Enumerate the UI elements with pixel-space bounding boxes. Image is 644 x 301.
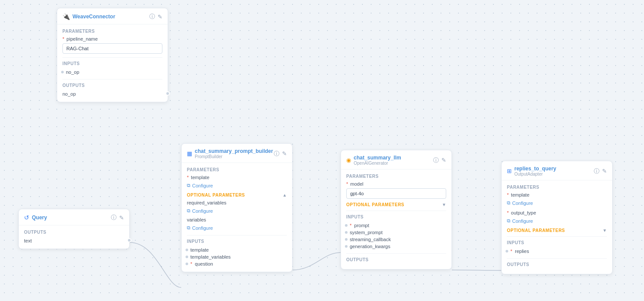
- template-required-dot: *: [187, 175, 189, 180]
- query-header-left: ↺ Query: [24, 214, 47, 221]
- llm-node: ◉ chat_summary_llm OpenAIGenerator ⓘ ✎ P…: [341, 150, 452, 270]
- llm-divider2: [346, 253, 446, 254]
- optional-label: OPTIONAL PARAMETERS: [187, 193, 245, 197]
- adapter-replies-port: [505, 249, 509, 253]
- info-icon[interactable]: ⓘ: [149, 13, 155, 21]
- prompt-input-question: * question: [187, 260, 287, 267]
- prompt-template-vars-port: [185, 255, 189, 259]
- query-output-text: text: [24, 237, 124, 244]
- prompt-builder-header-icons: ⓘ ✎: [274, 150, 287, 158]
- adapter-configure-icon: ⧉: [507, 200, 510, 206]
- prompt-info-icon[interactable]: ⓘ: [274, 150, 279, 158]
- prompt-input-template: template: [187, 246, 287, 253]
- edit-icon[interactable]: ✎: [158, 14, 162, 20]
- adapter-divider: [507, 236, 607, 237]
- variables-configure[interactable]: ⧉ Configure: [187, 224, 287, 232]
- prompt-builder-header: ▦ chat_summary_prompt_builder PromptBuil…: [182, 144, 292, 163]
- llm-optional-header[interactable]: OPTIONAL PARAMETERS ▼: [346, 202, 446, 207]
- divider2: [62, 79, 162, 80]
- weave-connector-body: PARAMETERS * pipeline_name Inputs no_op …: [57, 24, 168, 102]
- weave-inputs-label: Inputs: [62, 61, 162, 66]
- llm-subtitle: OpenAIGenerator: [354, 161, 401, 166]
- adapter-icon: ⊞: [507, 168, 512, 174]
- required-variables-configure[interactable]: ⧉ Configure: [187, 207, 287, 215]
- pipeline-name-input[interactable]: [62, 43, 162, 54]
- adapter-inputs-label: Inputs: [507, 240, 607, 245]
- adapter-input-replies: * replies: [507, 248, 607, 255]
- model-required-dot: *: [346, 181, 348, 187]
- optional-param-variables: variables ⧉ Configure: [187, 217, 287, 232]
- output-adapter-header-left: ⊞ replies_to_query OutputAdapter: [507, 166, 556, 176]
- required-variables-label: required_variables: [187, 200, 287, 205]
- optional-param-required-variables: required_variables ⧉ Configure: [187, 200, 287, 215]
- weave-input-port: [60, 70, 65, 74]
- prompt-builder-title: chat_summary_prompt_builder: [195, 148, 273, 154]
- query-output-port: [127, 238, 131, 242]
- adapter-info-icon[interactable]: ⓘ: [594, 167, 599, 175]
- llm-chevron-down-icon: ▼: [442, 202, 446, 207]
- configure-icon3: ⧉: [187, 225, 190, 231]
- output-type-required-dot: *: [507, 210, 509, 215]
- llm-inputs-label: Inputs: [346, 215, 446, 219]
- configure-icon: ⧉: [187, 183, 190, 188]
- prompt-input-template-vars: template_variables: [187, 253, 287, 260]
- adapter-optional-header[interactable]: OPTIONAL PARAMETERS ▼: [507, 228, 607, 233]
- llm-header: ◉ chat_summary_llm OpenAIGenerator ⓘ ✎: [341, 150, 451, 170]
- weave-connector-header-left: 🔌 WeaveConnector: [62, 13, 115, 20]
- adapter-template-required-dot: *: [507, 192, 509, 197]
- query-outputs-label: Outputs: [24, 230, 124, 235]
- configure-icon2: ⧉: [187, 208, 190, 214]
- llm-body: PARAMETERS * model OPTIONAL PARAMETERS ▼…: [341, 170, 451, 269]
- weave-output-port: [165, 91, 170, 96]
- divider1: [62, 57, 162, 58]
- prompt-builder-body: PARAMETERS * template ⧉ Configure OPTION…: [182, 163, 292, 272]
- output-type-configure-icon: ⧉: [507, 218, 510, 224]
- adapter-divider2: [507, 258, 607, 259]
- prompt-builder-subtitle: PromptBuilder: [195, 154, 273, 159]
- query-edit-icon[interactable]: ✎: [119, 215, 124, 221]
- adapter-outputs-label: Outputs: [507, 262, 607, 267]
- query-info-icon[interactable]: ⓘ: [111, 214, 117, 221]
- weave-input-no-op: no_op: [62, 69, 162, 76]
- pipeline-name-label: * pipeline_name: [62, 36, 162, 42]
- adapter-template-configure[interactable]: ⧉ Configure: [507, 199, 607, 207]
- llm-outputs-label: Outputs: [346, 257, 446, 262]
- output-adapter-node: ⊞ replies_to_query OutputAdapter ⓘ ✎ PAR…: [501, 161, 613, 274]
- optional-params-header[interactable]: OPTIONAL PARAMETERS ▲: [187, 193, 287, 197]
- model-param-label: * model: [346, 181, 446, 187]
- llm-input-streaming: streaming_callback: [346, 236, 446, 243]
- query-icon: ↺: [24, 214, 29, 221]
- chevron-up-icon: ▲: [282, 193, 287, 197]
- template-configure-btn[interactable]: ⧉ Configure: [187, 182, 287, 189]
- output-type-configure[interactable]: ⧉ Configure: [507, 217, 607, 225]
- prompt-builder-header-left: ▦ chat_summary_prompt_builder PromptBuil…: [187, 148, 273, 159]
- llm-input-system-prompt: system_prompt: [346, 229, 446, 236]
- output-type-label: * output_type: [507, 210, 607, 215]
- weave-connector-title: WeaveConnector: [72, 14, 115, 20]
- query-header: ↺ Query ⓘ ✎: [19, 209, 129, 225]
- output-adapter-header: ⊞ replies_to_query OutputAdapter ⓘ ✎: [502, 161, 612, 180]
- prompt-edit-icon[interactable]: ✎: [282, 150, 287, 157]
- weave-params-label: PARAMETERS: [62, 29, 162, 34]
- llm-optional-label: OPTIONAL PARAMETERS: [346, 202, 404, 207]
- adapter-chevron-down-icon: ▼: [603, 228, 607, 233]
- llm-info-icon[interactable]: ⓘ: [433, 156, 439, 164]
- plug-icon: 🔌: [62, 13, 70, 20]
- llm-input-prompt: * prompt: [346, 222, 446, 229]
- prompt-question-port: [185, 262, 189, 266]
- query-title: Query: [32, 215, 47, 221]
- adapter-optional-label: OPTIONAL PARAMETERS: [507, 228, 565, 233]
- prompt-inputs-label: Inputs: [187, 239, 287, 244]
- llm-edit-icon[interactable]: ✎: [441, 157, 446, 163]
- prompt-params-label: PARAMETERS: [187, 167, 287, 172]
- adapter-edit-icon[interactable]: ✎: [602, 168, 607, 174]
- model-input[interactable]: [346, 188, 446, 199]
- adapter-template-label: * template: [507, 192, 607, 197]
- llm-divider: [346, 211, 446, 211]
- required-dot: *: [62, 36, 64, 42]
- template-param-label: * template: [187, 175, 287, 180]
- weave-outputs-label: Outputs: [62, 83, 162, 88]
- weave-connector-header: 🔌 WeaveConnector ⓘ ✎: [57, 8, 168, 24]
- output-adapter-body: PARAMETERS * template ⧉ Configure * outp…: [502, 180, 612, 274]
- llm-title: chat_summary_llm: [354, 155, 401, 161]
